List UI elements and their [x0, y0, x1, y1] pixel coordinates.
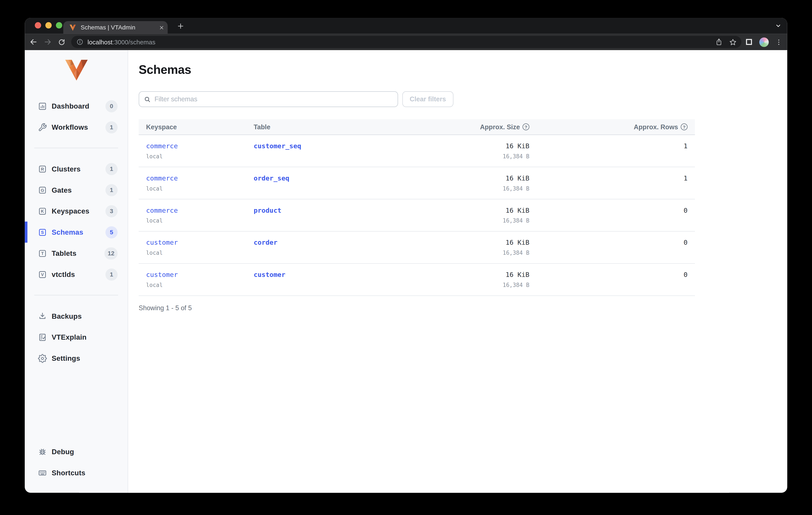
- schemas-icon: S: [38, 227, 47, 237]
- sidebar-item-label: Settings: [52, 354, 117, 362]
- back-icon[interactable]: [29, 38, 37, 46]
- document-check-icon: [38, 333, 47, 342]
- sidebar-item-label: Workflows: [52, 123, 105, 131]
- help-icon[interactable]: ?: [522, 124, 529, 130]
- sidebar-item-dashboard[interactable]: Dashboard 0: [25, 96, 127, 117]
- sidebar-item-label: Clusters: [52, 165, 105, 173]
- sidebar-item-workflows[interactable]: Workflows 1: [25, 116, 127, 138]
- keyspace-link[interactable]: commerce: [146, 206, 178, 214]
- sidebar-item-label: Schemas: [52, 228, 105, 236]
- size-bytes-value: 16,384 B: [503, 185, 529, 192]
- url-host: localhost: [87, 38, 112, 46]
- minimize-window-button[interactable]: [46, 22, 52, 29]
- site-info-icon[interactable]: [77, 38, 83, 46]
- svg-text:T: T: [41, 251, 44, 255]
- approx-rows-value: 1: [684, 174, 688, 182]
- sidebar-item-backups[interactable]: Backups: [25, 305, 127, 327]
- url-bar[interactable]: localhost:3000/schemas: [71, 36, 742, 48]
- header-approx-size-label: Approx. Size: [480, 123, 520, 131]
- table-row: customer local corder 16 KiB 16,384 B 0: [139, 232, 695, 264]
- reload-icon[interactable]: [58, 38, 65, 46]
- url-text: localhost:3000/schemas: [87, 38, 716, 46]
- approx-size-value: 16 KiB: [505, 142, 529, 150]
- header-approx-rows: Approx. Rows?: [634, 119, 688, 135]
- sidebar-item-debug[interactable]: Debug: [25, 441, 127, 462]
- sidebar-item-label: Shortcuts: [52, 469, 117, 477]
- tab-close-icon[interactable]: [159, 25, 164, 30]
- side-panel-icon[interactable]: [745, 38, 753, 46]
- tab-search-chevron-icon[interactable]: [775, 23, 782, 29]
- url-path: :3000/schemas: [113, 38, 155, 46]
- svg-text:R: R: [41, 166, 44, 171]
- sidebar-item-vtexplain[interactable]: VTExplain: [25, 327, 127, 348]
- svg-text:K: K: [41, 209, 44, 213]
- sidebar-nav: Dashboard 0 Workflows 1 R Clusters: [25, 96, 127, 369]
- cluster-label: local: [146, 250, 163, 256]
- table-link[interactable]: product: [254, 206, 281, 214]
- header-keyspace: Keyspace: [146, 119, 177, 135]
- sidebar-item-vtctlds[interactable]: V vtctlds 1: [25, 264, 127, 285]
- approx-size-value: 16 KiB: [505, 206, 529, 214]
- table-link[interactable]: order_seq: [254, 174, 289, 182]
- keyboard-icon: [38, 468, 47, 477]
- approx-rows-value: 0: [684, 206, 688, 214]
- svg-text:V: V: [41, 272, 44, 277]
- table-row: customer local customer 16 KiB 16,384 B …: [139, 264, 695, 296]
- help-icon[interactable]: ?: [680, 124, 688, 130]
- new-tab-button[interactable]: [177, 23, 184, 29]
- browser-menu-icon[interactable]: [775, 38, 783, 46]
- close-window-button[interactable]: [35, 22, 41, 29]
- sidebar-item-keyspaces[interactable]: K Keyspaces 3: [25, 200, 127, 222]
- svg-text:S: S: [41, 230, 44, 235]
- header-approx-size: Approx. Size?: [480, 119, 529, 135]
- size-bytes-value: 16,384 B: [503, 217, 529, 224]
- sidebar-item-label: vtctlds: [52, 270, 105, 278]
- keyspace-link[interactable]: commerce: [146, 174, 178, 182]
- tab-title: Schemas | VTAdmin: [81, 24, 159, 31]
- cluster-label: local: [146, 153, 163, 159]
- sidebar-item-label: Gates: [52, 186, 105, 194]
- browser-toolbar: localhost:3000/schemas: [25, 34, 787, 50]
- approx-size-value: 16 KiB: [505, 271, 529, 279]
- count-badge: 1: [106, 163, 118, 175]
- clear-filters-button[interactable]: Clear filters: [402, 91, 453, 107]
- sidebar-item-gates[interactable]: G Gates 1: [25, 180, 127, 200]
- count-badge: 5: [106, 226, 118, 238]
- sidebar-item-label: Keyspaces: [52, 207, 105, 215]
- browser-tab[interactable]: Schemas | VTAdmin: [63, 21, 168, 34]
- sidebar-item-settings[interactable]: Settings: [25, 348, 127, 369]
- sidebar-divider: [34, 147, 118, 148]
- sidebar-item-clusters[interactable]: R Clusters 1: [25, 158, 127, 180]
- zoom-window-button[interactable]: [56, 22, 62, 29]
- table-link[interactable]: corder: [254, 239, 278, 246]
- sidebar-item-shortcuts[interactable]: Shortcuts: [25, 462, 127, 483]
- vtadmin-app: Dashboard 0 Workflows 1 R Clusters: [25, 50, 787, 493]
- table-link[interactable]: customer_seq: [254, 142, 301, 150]
- approx-rows-value: 0: [684, 239, 688, 246]
- approx-rows-value: 0: [684, 271, 688, 279]
- tablets-icon: T: [38, 249, 47, 258]
- gates-icon: G: [38, 185, 47, 194]
- size-bytes-value: 16,384 B: [503, 281, 529, 288]
- approx-rows-value: 1: [684, 142, 688, 150]
- cluster-label: local: [146, 217, 163, 224]
- sidebar-item-tablets[interactable]: T Tablets 12: [25, 243, 127, 264]
- keyspace-link[interactable]: customer: [146, 271, 178, 279]
- profile-avatar[interactable]: [759, 37, 769, 47]
- vitess-logo: [62, 58, 91, 82]
- bookmark-star-icon[interactable]: [729, 38, 737, 46]
- count-badge: 1: [106, 121, 118, 133]
- sidebar-item-schemas[interactable]: S Schemas 5: [25, 222, 127, 243]
- browser-window: Schemas | VTAdmin localhost:300: [25, 18, 787, 493]
- sidebar-item-label: VTExplain: [52, 333, 117, 341]
- filter-row: Clear filters: [139, 91, 787, 107]
- keyspace-link[interactable]: commerce: [146, 142, 178, 150]
- filter-schemas-input[interactable]: [139, 92, 398, 106]
- share-icon[interactable]: [716, 38, 722, 46]
- table-link[interactable]: customer: [254, 271, 285, 279]
- table-row: commerce local product 16 KiB 16,384 B 0: [139, 199, 695, 232]
- count-badge: 0: [106, 100, 118, 112]
- forward-icon[interactable]: [44, 38, 52, 46]
- keyspace-link[interactable]: customer: [146, 239, 178, 246]
- vitess-favicon: [69, 24, 77, 31]
